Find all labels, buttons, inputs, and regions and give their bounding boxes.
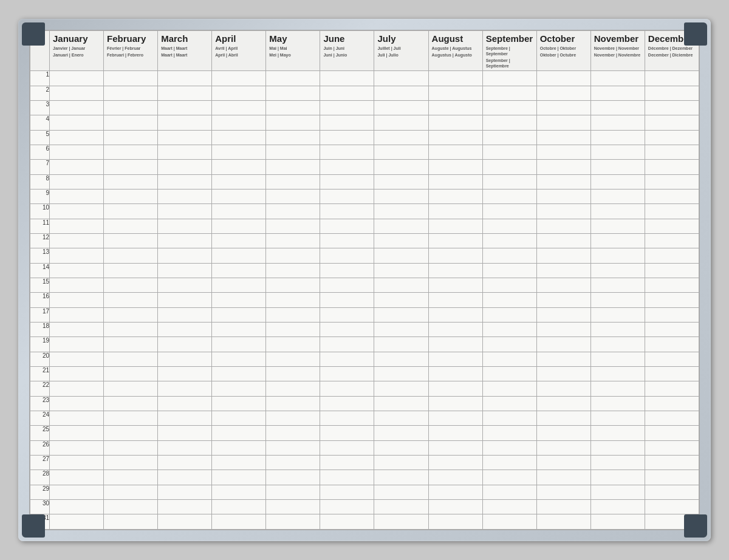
calendar-cell-april-4[interactable] (212, 115, 266, 130)
calendar-cell-july-5[interactable] (374, 130, 428, 145)
calendar-cell-december-18[interactable] (645, 322, 699, 336)
calendar-cell-november-17[interactable] (590, 307, 645, 322)
calendar-cell-february-26[interactable] (104, 440, 158, 455)
calendar-cell-may-10[interactable] (266, 204, 320, 219)
calendar-cell-february-29[interactable] (104, 485, 158, 499)
calendar-cell-march-17[interactable] (158, 307, 212, 322)
calendar-cell-march-6[interactable] (158, 145, 212, 160)
calendar-cell-november-18[interactable] (590, 322, 645, 336)
calendar-cell-november-31[interactable] (590, 514, 645, 530)
calendar-cell-july-31[interactable] (374, 514, 428, 530)
calendar-cell-may-31[interactable] (266, 514, 320, 530)
calendar-cell-february-24[interactable] (104, 411, 158, 425)
calendar-cell-may-2[interactable] (266, 86, 320, 100)
calendar-cell-september-22[interactable] (482, 381, 536, 396)
calendar-cell-december-9[interactable] (645, 190, 699, 204)
calendar-cell-december-21[interactable] (645, 366, 699, 381)
calendar-cell-october-31[interactable] (536, 514, 590, 530)
calendar-cell-february-12[interactable] (104, 233, 158, 248)
calendar-cell-august-11[interactable] (428, 219, 482, 233)
calendar-cell-may-28[interactable] (266, 470, 320, 485)
calendar-cell-december-25[interactable] (645, 426, 699, 440)
calendar-cell-january-24[interactable] (50, 411, 104, 425)
calendar-cell-july-11[interactable] (374, 219, 428, 233)
calendar-cell-june-16[interactable] (320, 293, 374, 307)
calendar-cell-november-19[interactable] (590, 337, 645, 352)
calendar-cell-may-27[interactable] (266, 455, 320, 470)
calendar-cell-april-8[interactable] (212, 174, 266, 189)
calendar-cell-march-26[interactable] (158, 440, 212, 455)
calendar-cell-march-21[interactable] (158, 366, 212, 381)
calendar-cell-may-20[interactable] (266, 352, 320, 366)
calendar-cell-october-25[interactable] (536, 426, 590, 440)
calendar-cell-june-10[interactable] (320, 204, 374, 219)
calendar-cell-may-7[interactable] (266, 160, 320, 174)
calendar-cell-december-13[interactable] (645, 248, 699, 263)
calendar-cell-march-1[interactable] (158, 71, 212, 86)
calendar-cell-october-7[interactable] (536, 160, 590, 174)
calendar-cell-july-19[interactable] (374, 337, 428, 352)
calendar-cell-september-7[interactable] (482, 160, 536, 174)
calendar-cell-january-27[interactable] (50, 455, 104, 470)
calendar-cell-december-29[interactable] (645, 485, 699, 499)
calendar-cell-february-15[interactable] (104, 278, 158, 292)
calendar-cell-december-19[interactable] (645, 337, 699, 352)
calendar-cell-november-5[interactable] (590, 130, 645, 145)
calendar-cell-september-26[interactable] (482, 440, 536, 455)
calendar-cell-april-16[interactable] (212, 293, 266, 307)
calendar-cell-september-4[interactable] (482, 115, 536, 130)
calendar-cell-october-17[interactable] (536, 307, 590, 322)
calendar-cell-january-26[interactable] (50, 440, 104, 455)
calendar-cell-february-13[interactable] (104, 248, 158, 263)
calendar-cell-january-3[interactable] (50, 101, 104, 115)
calendar-cell-june-4[interactable] (320, 115, 374, 130)
calendar-cell-january-1[interactable] (50, 71, 104, 86)
calendar-cell-december-10[interactable] (645, 204, 699, 219)
calendar-cell-february-11[interactable] (104, 219, 158, 233)
calendar-cell-december-3[interactable] (645, 101, 699, 115)
calendar-cell-march-14[interactable] (158, 263, 212, 278)
calendar-cell-april-24[interactable] (212, 411, 266, 425)
calendar-cell-may-4[interactable] (266, 115, 320, 130)
calendar-cell-april-25[interactable] (212, 426, 266, 440)
calendar-cell-november-7[interactable] (590, 160, 645, 174)
calendar-cell-february-20[interactable] (104, 352, 158, 366)
calendar-cell-june-15[interactable] (320, 278, 374, 292)
calendar-cell-july-13[interactable] (374, 248, 428, 263)
calendar-cell-january-4[interactable] (50, 115, 104, 130)
calendar-cell-october-1[interactable] (536, 71, 590, 86)
calendar-cell-november-4[interactable] (590, 115, 645, 130)
calendar-cell-november-6[interactable] (590, 145, 645, 160)
calendar-cell-august-24[interactable] (428, 411, 482, 425)
calendar-cell-june-30[interactable] (320, 499, 374, 514)
calendar-cell-january-31[interactable] (50, 514, 104, 530)
calendar-cell-may-8[interactable] (266, 174, 320, 189)
calendar-cell-december-15[interactable] (645, 278, 699, 292)
calendar-cell-october-12[interactable] (536, 233, 590, 248)
calendar-cell-april-19[interactable] (212, 337, 266, 352)
calendar-cell-january-8[interactable] (50, 174, 104, 189)
calendar-cell-november-1[interactable] (590, 71, 645, 86)
calendar-cell-august-4[interactable] (428, 115, 482, 130)
calendar-cell-april-2[interactable] (212, 86, 266, 100)
calendar-cell-may-25[interactable] (266, 426, 320, 440)
calendar-cell-september-16[interactable] (482, 293, 536, 307)
calendar-cell-april-7[interactable] (212, 160, 266, 174)
calendar-cell-february-27[interactable] (104, 455, 158, 470)
calendar-cell-may-1[interactable] (266, 71, 320, 86)
calendar-cell-september-25[interactable] (482, 426, 536, 440)
calendar-cell-february-31[interactable] (104, 514, 158, 530)
calendar-cell-january-6[interactable] (50, 145, 104, 160)
calendar-cell-march-3[interactable] (158, 101, 212, 115)
calendar-cell-august-13[interactable] (428, 248, 482, 263)
calendar-cell-july-30[interactable] (374, 499, 428, 514)
calendar-cell-january-7[interactable] (50, 160, 104, 174)
calendar-cell-june-27[interactable] (320, 455, 374, 470)
calendar-cell-september-14[interactable] (482, 263, 536, 278)
calendar-cell-june-22[interactable] (320, 381, 374, 396)
calendar-cell-august-10[interactable] (428, 204, 482, 219)
calendar-cell-october-13[interactable] (536, 248, 590, 263)
calendar-cell-july-4[interactable] (374, 115, 428, 130)
calendar-cell-november-8[interactable] (590, 174, 645, 189)
calendar-cell-march-20[interactable] (158, 352, 212, 366)
